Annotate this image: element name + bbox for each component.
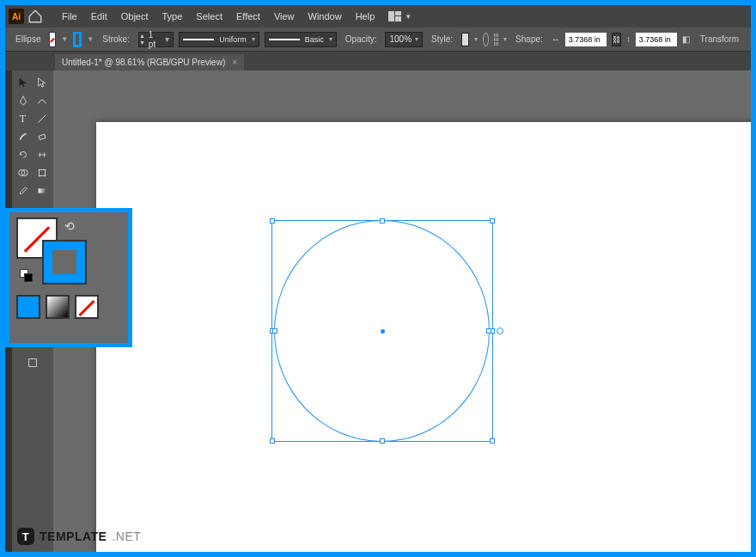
svg-rect-13 <box>29 359 37 367</box>
svg-rect-0 <box>388 11 394 21</box>
stroke-proxy-icon[interactable] <box>44 242 85 283</box>
eyedropper-tool-icon[interactable] <box>14 182 32 199</box>
illustrator-logo-icon: Ai <box>9 9 24 24</box>
eraser-tool-icon[interactable] <box>33 128 51 145</box>
rotate-tool-icon[interactable] <box>14 146 32 163</box>
svg-rect-1 <box>395 11 401 15</box>
fill-swatch-none-icon[interactable] <box>49 32 56 47</box>
handle-bottom-left[interactable] <box>270 438 275 444</box>
tool-name-label: Ellipse <box>12 34 44 44</box>
document-tab[interactable]: Untitled-1* @ 98.61% (RGB/GPU Preview) × <box>55 54 244 70</box>
anchor-left[interactable] <box>272 328 277 334</box>
handle-bottom-right[interactable] <box>490 438 495 444</box>
stroke-weight-value: 1 pt <box>145 30 162 49</box>
width-tool-icon[interactable] <box>33 146 51 163</box>
close-tab-icon[interactable]: × <box>232 58 237 67</box>
shape-label: Shape: <box>512 34 546 44</box>
pie-widget-icon[interactable] <box>497 327 503 334</box>
handle-top-left[interactable] <box>270 218 275 223</box>
opacity-label: Opacity: <box>342 34 381 44</box>
menu-window[interactable]: Window <box>303 8 347 25</box>
handle-top-right[interactable] <box>490 218 495 223</box>
brush-profile-basic[interactable]: Basic ▾ <box>265 32 337 47</box>
fill-stroke-panel: ⟲ <box>5 208 132 347</box>
width-field[interactable]: 3.7368 in <box>565 33 607 46</box>
fill-stroke-proxy[interactable]: ⟲ <box>16 217 78 279</box>
svg-rect-4 <box>39 134 46 140</box>
graphic-style-swatch[interactable] <box>461 33 469 46</box>
width-icon: ↔ <box>552 34 560 46</box>
free-transform-tool-icon[interactable] <box>33 164 51 181</box>
watermark: T TEMPLATE.NET <box>17 528 141 545</box>
fill-dropdown-icon[interactable]: ▼ <box>61 35 68 43</box>
style-dropdown-icon[interactable]: ▾ <box>474 35 478 43</box>
gradient-tool-icon[interactable] <box>33 182 51 199</box>
stroke-dropdown-icon[interactable]: ▼ <box>87 35 94 43</box>
watermark-suffix: .NET <box>112 529 141 543</box>
color-mode-solid-icon[interactable] <box>16 295 40 319</box>
watermark-brand: TEMPLATE <box>40 529 107 543</box>
default-fill-stroke-icon[interactable] <box>20 269 34 283</box>
shape-builder-tool-icon[interactable] <box>14 164 32 181</box>
paintbrush-tool-icon[interactable] <box>14 128 32 145</box>
document-tabs: Untitled-1* @ 98.61% (RGB/GPU Preview) × <box>5 52 751 70</box>
svg-rect-2 <box>395 16 401 21</box>
anchor-bottom[interactable] <box>380 438 385 444</box>
opacity-field[interactable]: 100% ▾ <box>385 32 423 47</box>
menu-bar: Ai File Edit Object Type Select Effect V… <box>5 5 751 28</box>
menu-effect[interactable]: Effect <box>231 8 265 25</box>
menu-object[interactable]: Object <box>116 8 154 25</box>
align-icon[interactable] <box>494 34 498 46</box>
stroke-profile-uniform[interactable]: Uniform ▾ <box>179 32 259 47</box>
menu-view[interactable]: View <box>269 8 300 25</box>
svg-point-11 <box>44 175 46 177</box>
stroke-weight-field[interactable]: ▲▼ 1 pt ▾ <box>138 32 174 47</box>
svg-point-9 <box>44 169 46 171</box>
pen-tool-icon[interactable] <box>14 92 32 109</box>
menu-file[interactable]: File <box>57 8 82 25</box>
style-label: Style: <box>428 34 456 44</box>
link-dims-icon[interactable]: ⛓ <box>612 33 621 46</box>
menu-type[interactable]: Type <box>157 8 188 25</box>
direct-selection-tool-icon[interactable] <box>33 74 51 91</box>
curvature-tool-icon[interactable] <box>33 92 51 109</box>
svg-rect-12 <box>38 188 46 193</box>
transform-link[interactable]: Transform <box>695 34 744 44</box>
arrange-docs-icon[interactable]: ▼ <box>388 11 412 21</box>
menu-select[interactable]: Select <box>191 8 228 25</box>
type-tool-icon[interactable]: T <box>14 110 32 127</box>
stroke-swatch-icon[interactable] <box>73 32 82 47</box>
svg-point-10 <box>38 175 40 177</box>
color-mode-gradient-icon[interactable] <box>46 295 70 319</box>
anchor-top[interactable] <box>380 218 385 223</box>
menu-help[interactable]: Help <box>351 8 381 25</box>
swap-fill-stroke-icon[interactable]: ⟲ <box>64 219 75 233</box>
shape-props-icon[interactable]: ◧ <box>682 34 690 46</box>
svg-rect-7 <box>39 170 45 176</box>
line-tool-icon[interactable] <box>33 110 51 127</box>
center-point-icon <box>381 329 385 334</box>
svg-point-8 <box>38 169 40 171</box>
svg-line-3 <box>38 115 46 123</box>
anchor-right[interactable] <box>486 328 491 334</box>
selection-tool-icon[interactable] <box>14 74 32 91</box>
menu-edit[interactable]: Edit <box>86 8 113 25</box>
control-bar: Ellipse ▼ ▼ Stroke: ▲▼ 1 pt ▾ Uniform ▾ … <box>5 28 751 52</box>
watermark-logo-icon: T <box>17 528 34 545</box>
home-icon[interactable] <box>27 9 43 24</box>
artboard-tool-icon[interactable] <box>14 354 52 371</box>
height-icon: ↕ <box>626 34 631 46</box>
color-mode-none-icon[interactable] <box>75 295 99 319</box>
stroke-label: Stroke: <box>99 34 133 44</box>
recolor-icon[interactable] <box>483 33 489 46</box>
height-field[interactable]: 3.7368 in <box>636 33 677 46</box>
tab-title: Untitled-1* @ 98.61% (RGB/GPU Preview) <box>62 58 225 67</box>
